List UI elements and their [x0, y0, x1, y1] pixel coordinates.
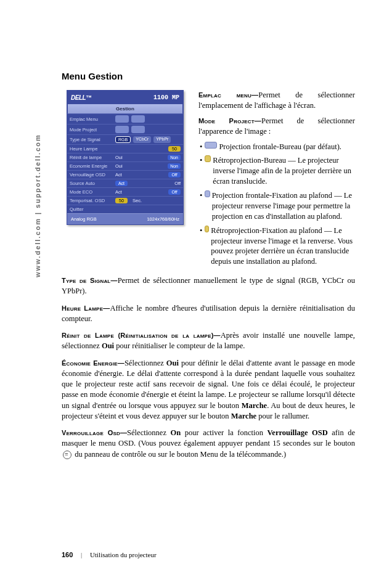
bullet-1: Projection frontale-Bureau (par défaut).: [219, 142, 341, 152]
lamp-hours-value: 50: [168, 146, 181, 152]
bullet-icon: •: [200, 190, 202, 201]
osd-row-eco-e: Economie Energie: [70, 163, 113, 169]
menu-button-icon: [63, 451, 71, 459]
term-heure: Heure Lampe—: [62, 304, 110, 312]
osd-row-signal: Type de Signal: [70, 137, 113, 142]
desc-verrou-4: du panneau de contrôle ou sur le bouton …: [73, 450, 286, 459]
projection-icon: [115, 126, 129, 133]
signal-rgb: RGB: [115, 136, 131, 143]
bullet-icon: •: [200, 142, 202, 152]
osd-row-reinit: Réinit de lampe: [70, 155, 113, 160]
osd-foot-left: Analog RGB: [71, 216, 97, 222]
term-emplac: Emplac menu—: [198, 91, 258, 99]
opt-non: Non: [168, 163, 181, 169]
osd-row-temporisat: Temporisat. OSD: [70, 198, 113, 203]
oui-bold: Oui: [166, 359, 179, 367]
bullet-icon: •: [200, 155, 202, 166]
opt-act: Act: [115, 189, 122, 195]
opt-act: Act: [115, 181, 128, 186]
projection-rear-desk-icon: [205, 155, 211, 162]
bullet-icon: •: [200, 226, 202, 236]
osd-foot-right: 1024x768/60Hz: [147, 216, 179, 222]
position-icon: [131, 115, 145, 123]
osd-row-mode-eco: Mode ECO: [70, 189, 113, 195]
oui-bold: Oui: [102, 341, 114, 350]
desc-verrou-2: pour activer la fonction: [181, 428, 267, 437]
projection-front-ceiling-icon: [205, 190, 210, 197]
term-mode: Mode Project—: [198, 117, 261, 125]
term-eco: Économie Energie—: [62, 359, 125, 367]
osd-row-heure: Heure Lampe: [70, 146, 113, 152]
opt-oui: Oui: [115, 155, 123, 160]
bullet-2: Rétroprojection-Bureau — Le projecteur i…: [213, 155, 355, 187]
opt-off: Off: [168, 172, 181, 178]
projection-rear-ceiling-icon: [205, 226, 209, 232]
opt-off: Off: [174, 181, 181, 186]
marche-bold: Marche: [242, 401, 267, 410]
osd-screenshot: DELL™ 1100 MP Gestion Emplac Menu Mode P…: [67, 90, 189, 271]
term-reinit: Réinit de Lampe (Réinitialisation de la …: [62, 332, 221, 339]
opt-non: Non: [168, 155, 181, 160]
desc-reinit-2: pour réinitialiser le compteur de la lam…: [114, 341, 245, 350]
term-signal: Type de Signal—: [62, 277, 118, 284]
opt-off: Off: [168, 189, 181, 195]
osd-timeout-value: 50: [115, 198, 128, 203]
opt-act: Act: [115, 172, 122, 178]
signal-ypbpr: YPbPr: [153, 136, 171, 143]
body-text: Type de Signal—Permet de sélectionner ma…: [62, 276, 355, 460]
bullet-3: Projection frontale-Fixation au plafond …: [212, 190, 355, 222]
osd-row-verrou: Verrouillage OSD: [70, 172, 113, 178]
verrou-bold: Verrouillage OSD: [267, 428, 327, 437]
opt-oui: Oui: [115, 163, 123, 169]
osd-row-quitter: Quitter: [70, 206, 113, 212]
position-icon: [115, 115, 129, 123]
desc-eco-1: Sélectionnez: [125, 359, 166, 367]
on-bold: On: [171, 428, 181, 437]
sec-label: Sec.: [133, 198, 142, 203]
term-verrou: Verrouillage Osd—: [62, 429, 127, 436]
page-title: Menu Gestion: [62, 71, 355, 81]
page-number: 160: [62, 551, 73, 558]
projection-front-desk-icon: [205, 142, 217, 149]
side-url: www.dell.com | support.dell.com: [34, 134, 41, 277]
osd-model: 1100 MP: [153, 94, 179, 101]
signal-ycbcr: YCbCr: [133, 136, 151, 143]
footer-separator: |: [81, 551, 82, 558]
right-column: Emplac menu—Permet de sélectionner l'emp…: [198, 90, 355, 271]
osd-row-emplac: Emplac Menu: [70, 116, 113, 122]
page-footer: 160 | Utilisation du projecteur: [62, 551, 157, 558]
projection-icon: [131, 126, 145, 133]
osd-tab: Gestion: [68, 104, 182, 113]
osd-row-mode: Mode Project: [70, 127, 113, 133]
desc-verrou-1: Sélectionnez: [127, 428, 170, 437]
osd-logo: DELL™: [71, 94, 92, 101]
desc-eco-4: pour le rallumer.: [256, 412, 309, 420]
footer-section: Utilisation du projecteur: [90, 551, 157, 558]
osd-row-source: Source Auto: [70, 181, 113, 186]
marche-bold: Marche: [231, 412, 256, 420]
bullet-4: Rétroprojection-Fixation au plafond — Le…: [211, 226, 355, 267]
